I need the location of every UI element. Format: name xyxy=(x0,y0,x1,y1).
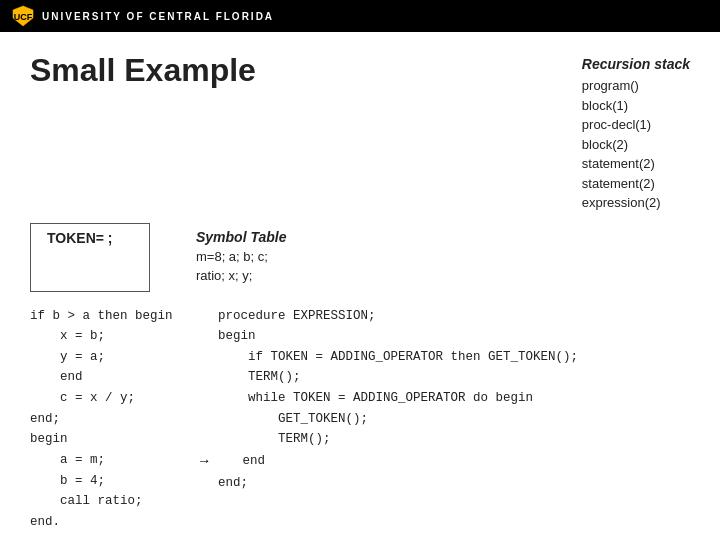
left-code-line: end. xyxy=(30,512,190,533)
token-label: TOKEN= ; xyxy=(47,230,112,246)
header-bar: UCF UNIVERSITY OF CENTRAL FLORIDA xyxy=(0,0,720,32)
right-code-line: if TOKEN = ADDING_OPERATOR then GET_TOKE… xyxy=(200,347,690,368)
recursion-stack-item: program() xyxy=(582,76,690,96)
right-code-line: begin xyxy=(200,326,690,347)
right-code-line: TERM(); xyxy=(200,429,690,450)
symbol-table-content: m=8; a; b; c; ratio; x; y; xyxy=(196,247,287,286)
recursion-stack-title: Recursion stack xyxy=(582,56,690,72)
left-code-line: x = b; xyxy=(30,326,190,347)
right-code-line: GET_TOKEN(); xyxy=(200,409,690,430)
left-code-line: end; xyxy=(30,409,190,430)
recursion-stack-item: expression(2) xyxy=(582,193,690,213)
right-code-line: procedure EXPRESSION; xyxy=(200,306,690,327)
left-code-panel: if b > a then begin x = b; y = a; end c … xyxy=(30,306,190,533)
main-content: Small Example Recursion stack program()b… xyxy=(0,32,720,540)
arrow-icon: → xyxy=(200,450,208,473)
recursion-stack-item: statement(2) xyxy=(582,154,690,174)
left-code-line: call ratio; xyxy=(30,491,190,512)
left-code-line: c = x / y; xyxy=(30,388,190,409)
symbol-table-title: Symbol Table xyxy=(196,229,287,245)
left-code-line: b = 4; xyxy=(30,471,190,492)
recursion-stack-panel: Recursion stack program()block(1)proc-de… xyxy=(582,56,690,213)
page-title: Small Example xyxy=(30,52,256,89)
right-code-line: end; xyxy=(200,473,690,494)
ucf-shield-icon: UCF xyxy=(12,5,34,27)
recursion-stack-item: block(1) xyxy=(582,96,690,116)
symbol-line-1: m=8; a; b; c; xyxy=(196,247,287,267)
ucf-logo: UCF UNIVERSITY OF CENTRAL FLORIDA xyxy=(12,5,274,27)
recursion-stack-item: proc-decl(1) xyxy=(582,115,690,135)
recursion-stack-item: statement(2) xyxy=(582,174,690,194)
token-box: TOKEN= ; xyxy=(30,223,150,292)
recursion-stack-item: block(2) xyxy=(582,135,690,155)
svg-text:UCF: UCF xyxy=(14,12,33,22)
right-code-line: while TOKEN = ADDING_OPERATOR do begin xyxy=(200,388,690,409)
left-code-line: y = a; xyxy=(30,347,190,368)
symbol-table-box: Symbol Table m=8; a; b; c; ratio; x; y; xyxy=(180,223,303,292)
code-section: if b > a then begin x = b; y = a; end c … xyxy=(30,306,690,533)
left-code-line: if b > a then begin xyxy=(30,306,190,327)
recursion-stack-items: program()block(1)proc-decl(1)block(2)sta… xyxy=(582,76,690,213)
right-code-line: → end xyxy=(200,450,690,473)
left-code-line: a = m; xyxy=(30,450,190,471)
left-code-line: end xyxy=(30,367,190,388)
title-row: Small Example Recursion stack program()b… xyxy=(30,52,690,213)
symbol-line-2: ratio; x; y; xyxy=(196,266,287,286)
token-symbol-row: TOKEN= ; Symbol Table m=8; a; b; c; rati… xyxy=(30,223,690,292)
left-code-line: begin xyxy=(30,429,190,450)
right-code-line: TERM(); xyxy=(200,367,690,388)
university-name: UNIVERSITY OF CENTRAL FLORIDA xyxy=(42,11,274,22)
right-code-panel: procedure EXPRESSION;begin if TOKEN = AD… xyxy=(200,306,690,533)
